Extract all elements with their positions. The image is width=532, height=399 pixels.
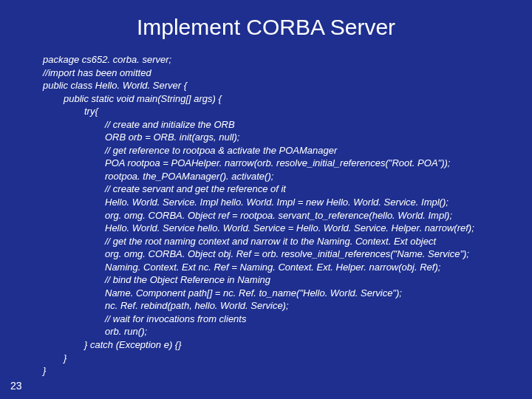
code-line: Hello. World. Service hello. World. Serv… bbox=[43, 222, 532, 235]
code-line: //import has been omitted bbox=[43, 66, 532, 80]
code-line: } bbox=[43, 364, 532, 378]
code-line: package cs652. corba. server; bbox=[43, 53, 532, 66]
code-line: orb. run(); bbox=[43, 325, 532, 338]
code-line: } bbox=[43, 352, 532, 365]
code-line: // create servant and get the reference … bbox=[43, 183, 532, 196]
code-line: // bind the Object Reference in Naming bbox=[43, 273, 532, 287]
code-line: // get reference to rootpoa & activate t… bbox=[43, 144, 532, 157]
code-line: ORB orb = ORB. init(args, null); bbox=[43, 131, 532, 144]
code-line: // create and initialize the ORB bbox=[43, 118, 532, 132]
code-line: nc. Ref. rebind(path, hello. World. Serv… bbox=[43, 299, 532, 313]
code-line: public class Hello. World. Server { bbox=[43, 79, 532, 92]
code-line: Name. Component path[] = nc. Ref. to_nam… bbox=[43, 287, 532, 300]
page-number: 23 bbox=[10, 380, 22, 392]
slide-title: Implement CORBA Server bbox=[0, 0, 532, 53]
code-line: // get the root naming context and narro… bbox=[43, 235, 532, 248]
code-block: package cs652. corba. server; //import h… bbox=[0, 53, 532, 378]
code-line: rootpoa. the_POAManager(). activate(); bbox=[43, 170, 532, 183]
code-line: public static void main(String[] args) { bbox=[43, 92, 532, 106]
code-line: POA rootpoa = POAHelper. narrow(orb. res… bbox=[43, 157, 532, 170]
code-line: org. omg. CORBA. Object obj. Ref = orb. … bbox=[43, 248, 532, 261]
code-line: } catch (Exception e) {} bbox=[43, 338, 532, 352]
code-line: Hello. World. Service. Impl hello. World… bbox=[43, 196, 532, 209]
code-line: org. omg. CORBA. Object ref = rootpoa. s… bbox=[43, 209, 532, 222]
code-line: try{ bbox=[43, 105, 532, 118]
code-line: Naming. Context. Ext nc. Ref = Naming. C… bbox=[43, 261, 532, 274]
code-line: // wait for invocations from clients bbox=[43, 313, 532, 326]
